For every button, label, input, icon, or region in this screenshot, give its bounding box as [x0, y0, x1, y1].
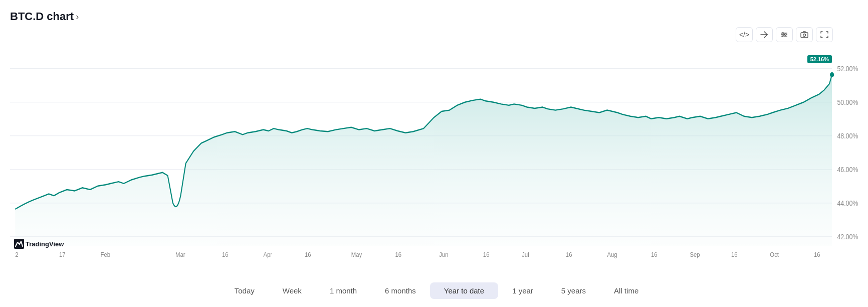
svg-text:16: 16 [305, 251, 311, 258]
svg-point-39 [830, 72, 834, 77]
svg-point-3 [782, 33, 784, 34]
toolbar: </> [10, 27, 863, 42]
svg-text:16: 16 [731, 251, 738, 258]
main-container: BTC.D chart › </> [0, 0, 868, 307]
svg-text:52.00%: 52.00% [837, 65, 858, 73]
filter-week[interactable]: Week [269, 282, 316, 299]
svg-text:50.00%: 50.00% [837, 98, 858, 106]
svg-text:16: 16 [566, 251, 572, 258]
filter-alltime[interactable]: All time [600, 282, 653, 299]
svg-text:16: 16 [814, 251, 820, 258]
svg-text:Feb: Feb [101, 251, 111, 258]
svg-text:17: 17 [59, 251, 66, 258]
svg-text:42.00%: 42.00% [837, 233, 858, 241]
svg-text:Jul: Jul [522, 251, 529, 258]
svg-text:Jun: Jun [439, 251, 448, 258]
compare-button[interactable] [756, 27, 773, 42]
svg-point-7 [803, 34, 806, 37]
svg-text:44.00%: 44.00% [837, 199, 858, 207]
embed-button[interactable]: </> [736, 27, 753, 42]
indicators-button[interactable] [776, 27, 793, 42]
svg-text:Aug: Aug [607, 251, 617, 258]
filter-today[interactable]: Today [221, 282, 269, 299]
svg-text:16: 16 [395, 251, 401, 258]
tradingview-text: TradingView [26, 240, 64, 248]
svg-rect-6 [801, 33, 808, 38]
time-filters: Today Week 1 month 6 months Year to date… [10, 276, 863, 302]
filter-6months[interactable]: 6 months [371, 282, 430, 299]
svg-text:46.00%: 46.00% [837, 166, 858, 174]
filter-ytd[interactable]: Year to date [430, 282, 498, 299]
svg-point-5 [783, 36, 784, 37]
filter-1year[interactable]: 1 year [498, 282, 547, 299]
svg-text:Sep: Sep [690, 251, 700, 258]
chart-title[interactable]: BTC.D chart › [10, 10, 863, 23]
svg-text:Apr: Apr [263, 251, 272, 258]
chart-svg-container: 52.00% 50.00% 48.00% 46.00% 44.00% 42.00… [10, 44, 863, 276]
title-text: BTC.D chart [10, 10, 74, 23]
svg-text:Mar: Mar [175, 251, 185, 258]
svg-text:16: 16 [222, 251, 229, 258]
fullscreen-button[interactable] [816, 27, 833, 42]
svg-text:2: 2 [15, 251, 18, 258]
tradingview-logo: TradingView [14, 239, 64, 249]
tv-logo-icon [14, 239, 24, 249]
title-chevron: › [76, 12, 79, 22]
svg-point-4 [785, 34, 786, 36]
svg-text:May: May [351, 251, 362, 258]
filter-1month[interactable]: 1 month [316, 282, 371, 299]
filter-5years[interactable]: 5 years [547, 282, 600, 299]
svg-text:Oct: Oct [770, 251, 779, 258]
current-price-label: 52.16% [807, 55, 832, 63]
svg-text:48.00%: 48.00% [837, 132, 858, 140]
chart-svg: 52.00% 50.00% 48.00% 46.00% 44.00% 42.00… [10, 44, 863, 276]
chart-area[interactable]: 52.00% 50.00% 48.00% 46.00% 44.00% 42.00… [10, 44, 863, 276]
svg-text:16: 16 [483, 251, 490, 258]
svg-text:16: 16 [651, 251, 658, 258]
screenshot-button[interactable] [796, 27, 813, 42]
